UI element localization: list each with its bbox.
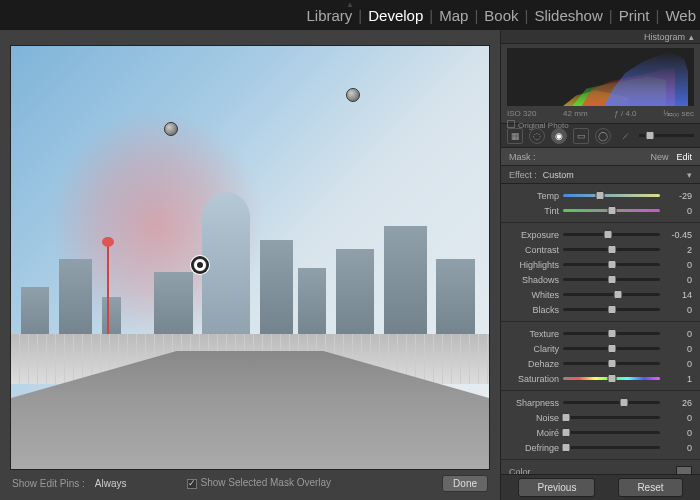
saturation-label: Saturation: [509, 374, 559, 384]
whites-value: 14: [664, 290, 692, 300]
dehaze-slider[interactable]: [563, 362, 660, 365]
texture-slider[interactable]: [563, 332, 660, 335]
module-slideshow[interactable]: Slideshow: [530, 7, 606, 24]
saturation-value: 1: [664, 374, 692, 384]
reset-button[interactable]: Reset: [618, 478, 682, 497]
shadows-slider[interactable]: [563, 278, 660, 281]
module-book[interactable]: Book: [480, 7, 522, 24]
edit-pin-1[interactable]: [346, 88, 360, 102]
iso-readout: ISO 320: [507, 109, 536, 118]
histogram[interactable]: ISO 320 42 mm ƒ / 4.0 ¹⁄₃₂₀₀ sec Origina…: [501, 44, 700, 124]
saturation-slider[interactable]: [563, 377, 660, 380]
sharpness-label: Sharpness: [509, 398, 559, 408]
texture-label: Texture: [509, 329, 559, 339]
effect-disclosure-icon[interactable]: ▾: [687, 170, 692, 180]
sharpness-value: 26: [664, 398, 692, 408]
exposure-label: Exposure: [509, 230, 559, 240]
highlights-slider[interactable]: [563, 263, 660, 266]
texture-value: 0: [664, 329, 692, 339]
highlights-value: 0: [664, 260, 692, 270]
exposure-value: -0.45: [664, 230, 692, 240]
temp-value: -29: [664, 191, 692, 201]
top-notch-icon: [345, 0, 355, 10]
module-map[interactable]: Map: [435, 7, 472, 24]
temp-label: Temp: [509, 191, 559, 201]
color-label: Color: [509, 467, 531, 474]
dehaze-value: 0: [664, 359, 692, 369]
mask-edit[interactable]: Edit: [676, 152, 692, 162]
preview-image[interactable]: [10, 45, 490, 470]
defringe-slider[interactable]: [563, 446, 660, 449]
module-web[interactable]: Web: [661, 7, 700, 24]
tool-slider[interactable]: [646, 131, 655, 140]
right-panel: Histogram ▴ ISO 320 42 mm ƒ / 4.0 ¹⁄₃₂₀₀…: [500, 30, 700, 500]
moire-label: Moiré: [509, 428, 559, 438]
defringe-label: Defringe: [509, 443, 559, 453]
defringe-value: 0: [664, 443, 692, 453]
whites-label: Whites: [509, 290, 559, 300]
tint-label: Tint: [509, 206, 559, 216]
mask-overlay-checkbox[interactable]: Show Selected Mask Overlay: [187, 477, 332, 488]
sharpness-slider[interactable]: [563, 401, 660, 404]
color-swatch[interactable]: [676, 466, 692, 474]
mask-label: Mask :: [509, 152, 536, 162]
moire-value: 0: [664, 428, 692, 438]
contrast-value: 2: [664, 245, 692, 255]
highlights-label: Highlights: [509, 260, 559, 270]
done-button[interactable]: Done: [442, 475, 488, 492]
canvas-toolbar: Show Edit Pins : Always Show Selected Ma…: [10, 470, 490, 492]
temp-slider[interactable]: [563, 194, 660, 197]
shutter-readout: ¹⁄₃₂₀₀ sec: [663, 109, 694, 118]
edit-pin-2[interactable]: [193, 258, 207, 272]
adjustment-sliders: Temp-29Tint0Exposure-0.45Contrast2Highli…: [501, 184, 700, 474]
moire-slider[interactable]: [563, 431, 660, 434]
blacks-value: 0: [664, 305, 692, 315]
blacks-label: Blacks: [509, 305, 559, 315]
shadows-label: Shadows: [509, 275, 559, 285]
shadows-value: 0: [664, 275, 692, 285]
noise-slider[interactable]: [563, 416, 660, 419]
module-develop[interactable]: Develop: [364, 7, 427, 24]
tint-value: 0: [664, 206, 692, 216]
noise-value: 0: [664, 413, 692, 423]
module-print[interactable]: Print: [615, 7, 654, 24]
blacks-slider[interactable]: [563, 308, 660, 311]
edit-pins-label: Show Edit Pins :: [12, 478, 85, 489]
exposure-slider[interactable]: [563, 233, 660, 236]
histogram-header[interactable]: Histogram ▴: [501, 30, 700, 44]
contrast-label: Contrast: [509, 245, 559, 255]
contrast-slider[interactable]: [563, 248, 660, 251]
clarity-label: Clarity: [509, 344, 559, 354]
image-canvas-area: Show Edit Pins : Always Show Selected Ma…: [0, 30, 500, 500]
previous-button[interactable]: Previous: [518, 478, 595, 497]
focal-readout: 42 mm: [563, 109, 587, 118]
effect-label: Effect :: [509, 170, 537, 180]
dehaze-label: Dehaze: [509, 359, 559, 369]
original-photo-toggle[interactable]: Original Photo: [518, 121, 569, 130]
edit-pin-0[interactable]: [164, 122, 178, 136]
whites-slider[interactable]: [563, 293, 660, 296]
tint-slider[interactable]: [563, 209, 660, 212]
clarity-value: 0: [664, 344, 692, 354]
edit-pins-mode[interactable]: Always: [95, 478, 127, 489]
aperture-readout: ƒ / 4.0: [614, 109, 636, 118]
clarity-slider[interactable]: [563, 347, 660, 350]
noise-label: Noise: [509, 413, 559, 423]
effect-preset[interactable]: Custom: [543, 170, 574, 180]
mask-new[interactable]: New: [650, 152, 668, 162]
